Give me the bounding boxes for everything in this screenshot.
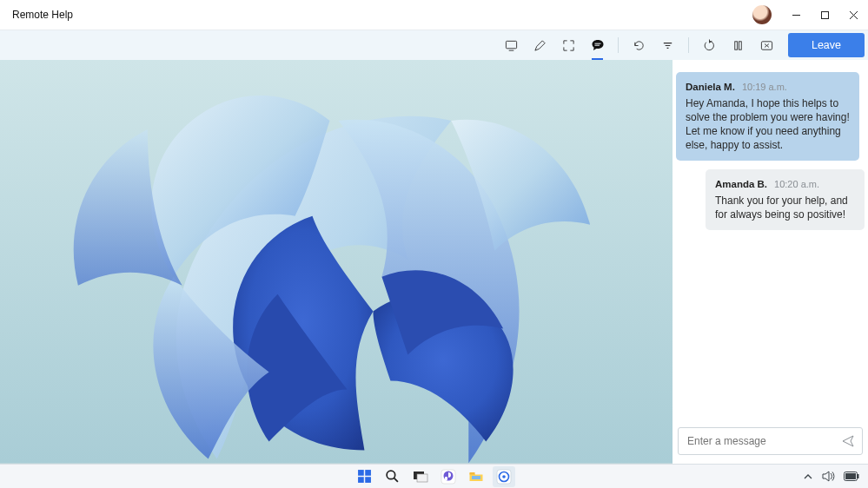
svg-rect-2	[735, 41, 738, 49]
stop-screen-icon	[760, 39, 773, 52]
title-bar: Remote Help	[0, 0, 868, 30]
remote-help-icon	[496, 469, 512, 485]
refresh-button[interactable]	[625, 30, 653, 60]
minimize-icon	[792, 10, 801, 20]
settings-lines-icon	[661, 39, 674, 52]
volume-button[interactable]	[822, 471, 835, 482]
svg-rect-12	[417, 474, 427, 482]
desktop-wallpaper	[0, 60, 673, 463]
svg-rect-23	[858, 474, 859, 478]
svg-rect-6	[358, 470, 364, 476]
maximize-button[interactable]	[811, 0, 839, 30]
chat-panel: Daniela M. 10:19 a.m. Hey Amanda, I hope…	[673, 60, 868, 464]
expand-icon	[562, 39, 575, 52]
svg-rect-17	[472, 476, 480, 479]
taskbar-center	[354, 466, 515, 487]
pause-button[interactable]	[724, 30, 752, 60]
svg-rect-16	[469, 472, 474, 475]
speaker-icon	[822, 471, 835, 482]
teams-icon	[441, 469, 456, 485]
svg-rect-22	[845, 473, 856, 479]
chat-input-box[interactable]	[678, 427, 863, 455]
close-icon	[849, 10, 858, 20]
tray-overflow-button[interactable]	[803, 472, 813, 482]
system-tray	[803, 471, 859, 482]
maximize-icon	[820, 10, 830, 20]
leave-button-label: Leave	[812, 39, 841, 51]
chat-message-incoming: Daniela M. 10:19 a.m. Hey Amanda, I hope…	[676, 72, 859, 161]
message-time: 10:20 a.m.	[774, 178, 819, 191]
chevron-up-icon	[803, 472, 813, 482]
folder-icon	[468, 469, 484, 485]
svg-rect-8	[358, 477, 364, 483]
chat-message-outgoing: Amanda B. 10:20 a.m. Thank you for your …	[706, 169, 865, 230]
send-icon	[841, 434, 855, 448]
pencil-icon	[533, 39, 547, 52]
battery-icon	[844, 472, 859, 481]
end-session-button[interactable]	[752, 30, 781, 60]
fit-screen-button[interactable]	[554, 30, 583, 60]
remote-help-button[interactable]	[493, 466, 515, 487]
send-button[interactable]	[841, 434, 855, 448]
teams-button[interactable]	[437, 466, 460, 487]
monitor-icon	[505, 39, 518, 52]
start-button[interactable]	[354, 466, 376, 487]
svg-rect-0	[822, 11, 829, 18]
message-body: Hey Amanda, I hope this helps to solve t…	[686, 96, 850, 153]
chat-text-input[interactable]	[687, 435, 841, 447]
refresh-icon	[633, 39, 646, 52]
leave-button[interactable]: Leave	[788, 33, 865, 57]
pause-icon	[732, 39, 745, 52]
restart-button[interactable]	[695, 30, 724, 60]
windows-icon	[357, 469, 372, 484]
restart-icon	[703, 39, 716, 52]
toolbar-separator	[688, 37, 689, 53]
svg-rect-9	[365, 477, 371, 483]
remote-screen[interactable]	[0, 60, 673, 464]
window-controls	[752, 0, 868, 30]
view-screen-button[interactable]	[497, 30, 526, 60]
task-view-button[interactable]	[409, 466, 432, 487]
svg-rect-15	[445, 477, 447, 480]
workspace: Daniela M. 10:19 a.m. Hey Amanda, I hope…	[0, 60, 868, 464]
message-time: 10:19 a.m.	[742, 81, 787, 94]
battery-button[interactable]	[844, 472, 859, 481]
taskbar	[0, 464, 868, 488]
user-avatar[interactable]	[752, 5, 772, 24]
explorer-button[interactable]	[465, 466, 487, 487]
search-button[interactable]	[381, 466, 404, 487]
window-title: Remote Help	[12, 9, 73, 21]
close-button[interactable]	[839, 0, 868, 30]
svg-rect-3	[739, 41, 741, 49]
chat-button[interactable]	[583, 30, 612, 60]
chat-icon	[591, 38, 605, 52]
minimize-button[interactable]	[782, 0, 811, 30]
svg-rect-7	[365, 470, 371, 476]
annotate-button[interactable]	[526, 30, 554, 60]
message-sender: Daniela M.	[686, 81, 735, 95]
message-body: Thank you for your help, and for always …	[715, 194, 855, 221]
svg-point-20	[502, 475, 506, 478]
toolbar-separator	[618, 37, 619, 53]
toolbar: Leave	[0, 30, 868, 60]
svg-rect-1	[506, 41, 516, 48]
svg-point-10	[387, 471, 395, 479]
message-sender: Amanda B.	[715, 178, 767, 192]
settings-button[interactable]	[653, 30, 682, 60]
task-view-icon	[413, 469, 428, 485]
search-icon	[385, 469, 400, 484]
